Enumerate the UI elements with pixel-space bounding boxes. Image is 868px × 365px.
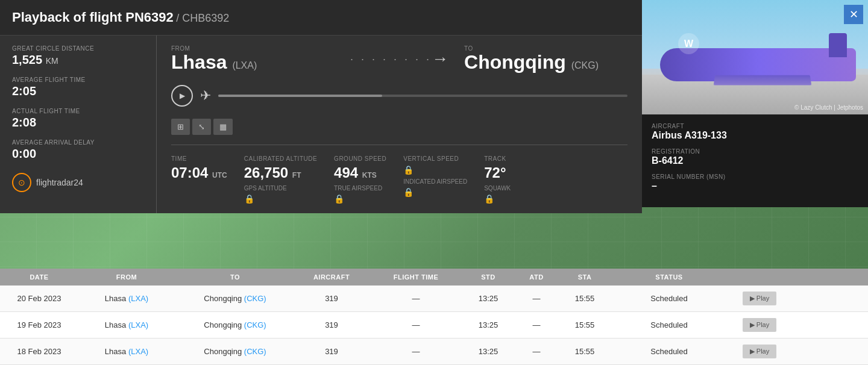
main-panel: Playback of flight PN6392 / CHB6392 GREA… — [0, 0, 642, 213]
photo-credit: © Lazy Clutch | Jetphotos — [794, 104, 863, 111]
view-controls: ⊞ ⤡ ▦ — [171, 119, 627, 135]
plane-icon: ✈ — [200, 88, 211, 104]
track-col: TRACK 72° SQUAWK 🔒 — [484, 155, 544, 203]
row2-sta: 15:55 — [561, 320, 609, 329]
close-button[interactable]: ✕ — [844, 5, 863, 24]
distance-label: GREAT CIRCLE DISTANCE — [12, 45, 144, 52]
row1-atd: — — [512, 294, 561, 303]
col-flight-time: FLIGHT TIME — [368, 273, 464, 281]
table-header: DATE FROM TO AIRCRAFT FLIGHT TIME STD AT… — [0, 269, 868, 285]
row3-status: Scheduled — [609, 347, 729, 356]
row3-action: ▶ Play — [729, 345, 790, 358]
row1-std: 13:25 — [464, 294, 512, 303]
msn-label: SERIAL NUMBER (MSN) — [652, 173, 858, 180]
row1-play-button[interactable]: ▶ Play — [743, 292, 776, 305]
row3-sta: 15:55 — [561, 347, 609, 356]
route-from: FROM Lhasa (LXA) — [171, 45, 335, 73]
aircraft-value: Airbus A319-133 — [652, 130, 858, 141]
row2-atd: — — [512, 320, 561, 329]
altitude-value: 26,750 FT — [244, 165, 317, 181]
true-airspeed-label: TRUE AIRSPEED — [334, 185, 386, 192]
row1-from-code[interactable]: (LXA) — [128, 294, 148, 303]
to-code: (CKG) — [571, 60, 599, 70]
col-from: FROM — [78, 273, 175, 281]
fr24-circle-icon: ⊙ — [12, 173, 31, 192]
distance-value: 1,525 KM — [12, 53, 144, 67]
track-value: 72° — [484, 165, 527, 181]
avg-delay-value: 0:00 — [12, 147, 144, 161]
fr24-logo: ⊙ flightradar24 — [12, 173, 83, 192]
row2-play-button[interactable]: ▶ Play — [743, 318, 776, 332]
ground-speed-value: 494 KTS — [334, 165, 386, 181]
vertical-speed-lock-icon: 🔒 — [403, 165, 467, 175]
row3-to: Chongqing (CKG) — [175, 347, 295, 356]
row2-to: Chongqing (CKG) — [175, 320, 295, 329]
aircraft-type-row: AIRCRAFT Airbus A319-133 — [652, 123, 858, 141]
avg-delay-stat: AVERAGE ARRIVAL DELAY 0:00 — [12, 139, 144, 161]
true-airspeed-lock-icon: 🔒 — [334, 194, 386, 204]
registration-row: REGISTRATION B-6412 — [652, 148, 858, 166]
table-row: 20 Feb 2023 Lhasa (LXA) Chongqing (CKG) … — [0, 285, 868, 312]
from-code: (LXA) — [232, 60, 257, 70]
row3-to-code[interactable]: (CKG) — [244, 347, 266, 356]
col-status: STATUS — [609, 273, 729, 281]
row2-status: Scheduled — [609, 320, 729, 329]
grid-view-button[interactable]: ⊞ — [171, 119, 190, 135]
row3-atd: — — [512, 347, 561, 356]
from-city: Lhasa (LXA) — [171, 52, 335, 73]
flight-subtitle: / CHB6392 — [176, 12, 229, 24]
aircraft-details: AIRCRAFT Airbus A319-133 REGISTRATION B-… — [642, 114, 868, 207]
row2-aircraft: 319 — [295, 320, 368, 329]
gps-lock-icon: 🔒 — [244, 194, 317, 204]
vertical-speed-col: VERTICAL SPEED 🔒 INDICATED AIRSPEED 🔒 — [403, 155, 484, 203]
reg-value: B-6412 — [652, 155, 858, 166]
row1-aircraft: 319 — [295, 294, 368, 303]
col-to: TO — [175, 273, 295, 281]
row1-date: 20 Feb 2023 — [0, 294, 78, 303]
track-label: TRACK — [484, 155, 527, 163]
avg-flight-label: AVERAGE FLIGHT TIME — [12, 76, 144, 83]
row2-to-code[interactable]: (CKG) — [244, 320, 266, 329]
altitude-col: CALIBRATED ALTITUDE 26,750 FT GPS ALTITU… — [244, 155, 334, 203]
col-date: DATE — [0, 273, 78, 281]
squawk-label: SQUAWK — [484, 185, 527, 192]
to-city: Chongqing (CKG) — [464, 52, 627, 73]
row2-from: Lhasa (LXA) — [78, 320, 175, 329]
indicated-airspeed-lock-icon: 🔒 — [403, 187, 467, 197]
stats-panel: GREAT CIRCLE DISTANCE 1,525 KM AVERAGE F… — [0, 36, 157, 213]
time-label: TIME — [171, 155, 227, 163]
row1-sta: 15:55 — [561, 294, 609, 303]
time-col: TIME 07:04 UTC — [171, 155, 244, 203]
time-value: 07:04 UTC — [171, 165, 227, 181]
fr24-text: flightradar24 — [36, 178, 83, 187]
msn-row: SERIAL NUMBER (MSN) – — [652, 173, 858, 192]
photo-panel: ✕ W © Lazy Clutch | Jetphotos AIRCRAFT A… — [642, 0, 868, 207]
progress-fill — [218, 95, 382, 97]
aircraft-photo: W © Lazy Clutch | Jetphotos — [642, 0, 868, 114]
row2-date: 19 Feb 2023 — [0, 320, 78, 329]
progress-bar[interactable] — [218, 95, 627, 97]
chart-view-button[interactable]: ▦ — [213, 119, 233, 135]
avg-flight-stat: AVERAGE FLIGHT TIME 2:05 — [12, 76, 144, 98]
row1-to-code[interactable]: (CKG) — [244, 294, 266, 303]
col-std: STD — [464, 273, 512, 281]
row2-from-code[interactable]: (LXA) — [128, 320, 148, 329]
play-button[interactable]: ▶ — [171, 85, 193, 107]
actual-flight-stat: ACTUAL FLIGHT TIME 2:08 — [12, 108, 144, 129]
row3-from: Lhasa (LXA) — [78, 347, 175, 356]
row3-play-button[interactable]: ▶ Play — [743, 345, 776, 358]
actual-flight-value: 2:08 — [12, 116, 144, 129]
row3-from-code[interactable]: (LXA) — [128, 347, 148, 356]
vertical-speed-label: VERTICAL SPEED — [403, 155, 467, 163]
avg-delay-label: AVERAGE ARRIVAL DELAY — [12, 139, 144, 146]
row1-to: Chongqing (CKG) — [175, 294, 295, 303]
aircraft-label: AIRCRAFT — [652, 123, 858, 129]
route-from-to: FROM Lhasa (LXA) · · · · · · · · → TO Ch… — [171, 45, 627, 73]
path-view-button[interactable]: ⤡ — [192, 119, 211, 135]
flight-data-grid: TIME 07:04 UTC CALIBRATED ALTITUDE 26,75… — [171, 145, 627, 203]
row1-status: Scheduled — [609, 294, 729, 303]
header: Playback of flight PN6392 / CHB6392 — [0, 0, 642, 36]
reg-label: REGISTRATION — [652, 148, 858, 155]
msn-value: – — [652, 181, 858, 192]
route-section: FROM Lhasa (LXA) · · · · · · · · → TO Ch… — [157, 36, 642, 213]
